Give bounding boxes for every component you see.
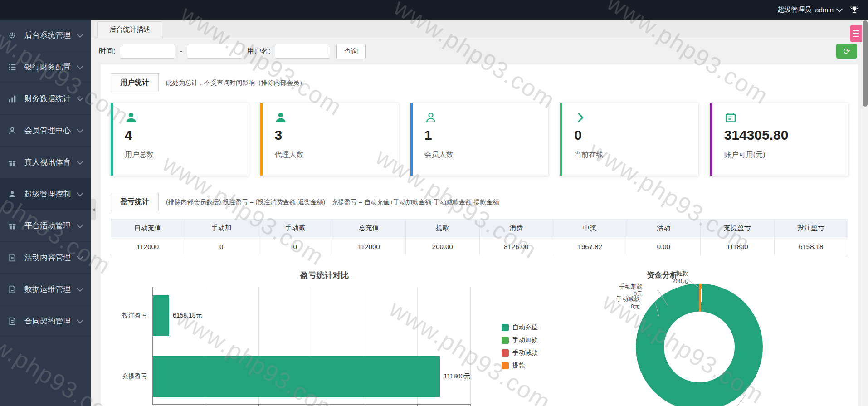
trophy-icon[interactable]	[850, 5, 859, 15]
legend-label: 手动减款	[512, 349, 538, 357]
stat-value: 314305.80	[724, 127, 836, 143]
chevron-down-icon	[77, 253, 84, 260]
stat-card-agents: 3 代理人数	[260, 103, 398, 176]
annotation-value: 200元	[652, 278, 688, 285]
x-axis-tick-mark	[470, 404, 471, 406]
chevron-down-icon	[77, 221, 84, 228]
username-input[interactable]	[275, 44, 330, 59]
vertical-scrollbar[interactable]	[862, 20, 868, 406]
chevron-down-icon	[77, 157, 84, 165]
table-cell: 200.00	[406, 237, 480, 256]
chevron-down-icon	[77, 62, 84, 69]
table-cell: 0.00	[627, 237, 701, 256]
chevron-down-icon	[77, 284, 84, 292]
x-axis-tick-mark	[153, 404, 153, 406]
sidebar-item-activity-content[interactable]: 活动内容管理	[0, 242, 91, 274]
time-start-input[interactable]	[120, 44, 175, 59]
sidebar-item-label: 活动内容管理	[24, 252, 78, 263]
annotation-value: 0元	[590, 303, 640, 311]
profit-stats-header: 盈亏统计 (排除内部会员数据) 投注盈亏 = (投注消费金额-返奖金额) 充提盈…	[111, 193, 848, 211]
table-cell: 112000	[332, 237, 406, 256]
y-axis-label: 投注盈亏	[122, 312, 147, 320]
table-cell: 6158.18	[774, 237, 848, 256]
x-axis-tick-mark	[206, 404, 206, 406]
stat-value: 3	[274, 127, 386, 143]
query-button[interactable]: 查询	[336, 44, 366, 59]
table-header-cell: 自动充值	[111, 219, 185, 237]
stat-label: 当前在线	[574, 150, 686, 160]
legend-item-auto-recharge[interactable]: 自动充值	[502, 323, 538, 332]
tab-dashboard-stats[interactable]: 后台统计描述	[97, 21, 162, 38]
stat-label: 账户可用(元)	[724, 150, 836, 160]
sidebar-item-finance-stats[interactable]: 财务数据统计	[0, 83, 91, 115]
time-label: 时间:	[99, 47, 115, 56]
floating-widget-button[interactable]	[850, 25, 862, 42]
chevron-down-icon	[77, 126, 84, 133]
stat-value: 0	[574, 127, 686, 143]
table-header-cell: 中奖	[553, 219, 627, 237]
chart-legend: 自动充值 手动加款 手动减款 提款	[502, 323, 538, 370]
sidebar-item-data-ops[interactable]: 数据运维管理	[0, 274, 91, 305]
user-stats-header: 用户统计 此处为总计，不受查询时间影响（排除内部会员）	[111, 73, 848, 92]
sidebar-item-label: 财务数据统计	[24, 93, 78, 104]
page-root: 超级管理员 admin 后台系统管理 银行财务配置 财务数据统计 会员管理中心	[0, 0, 868, 406]
sidebar-item-contract[interactable]: 合同契约管理	[0, 305, 91, 337]
sidebar-item-backend-system[interactable]: 后台系统管理	[0, 20, 91, 51]
user-solid-icon	[274, 111, 287, 124]
sidebar-item-bank-finance[interactable]: 银行财务配置	[0, 51, 91, 83]
stat-card-online: 0 当前在线	[560, 103, 698, 176]
x-axis-tick-mark	[365, 404, 365, 406]
gift-icon	[8, 158, 18, 166]
main-content: 后台统计描述 时间: - 用户名: 查询 ⟳ 用户统计 此处为总计，不受查询时间…	[91, 20, 868, 406]
legend-label: 自动充值	[512, 323, 538, 332]
table-header-cell: 投注盈亏	[774, 219, 848, 237]
profit-stats-table: 自动充值 手动加 手动减 总充值 提款 消费 中奖 活动 充提盈亏 投注盈亏	[111, 219, 848, 256]
legend-item-withdraw[interactable]: 提款	[502, 362, 538, 370]
sidebar-item-platform-activity[interactable]: 平台活动管理	[0, 210, 91, 242]
table-cell: 0	[258, 237, 332, 256]
document-icon	[8, 285, 18, 293]
annotation-label: 手动加款	[593, 283, 643, 290]
scrollbar-thumb[interactable]	[863, 20, 868, 107]
gear-icon	[8, 31, 18, 39]
refresh-button[interactable]: ⟳	[836, 44, 857, 59]
chevron-right-icon	[574, 111, 587, 124]
bar-chart-icon	[8, 95, 18, 103]
stat-label: 用户总数	[125, 150, 237, 160]
profit-bar-chart[interactable]: 盈亏统计对比 投注盈亏 6158.18元 充提盈亏 111800元 0元20,	[111, 270, 538, 406]
sidebar-item-label: 超级管理控制	[24, 189, 78, 199]
user-role: 超级管理员	[777, 5, 811, 14]
legend-item-manual-sub[interactable]: 手动减款	[502, 349, 538, 357]
sidebar: 后台系统管理 银行财务配置 财务数据统计 会员管理中心 真人视讯体育 超级管理控…	[0, 20, 91, 406]
legend-swatch	[502, 337, 509, 344]
bar-bet-profit[interactable]	[153, 295, 169, 336]
stat-label: 代理人数	[274, 150, 386, 160]
legend-swatch	[502, 324, 509, 331]
profit-stats-section: 盈亏统计 (排除内部会员数据) 投注盈亏 = (投注消费金额-返奖金额) 充提盈…	[111, 193, 848, 256]
legend-swatch	[502, 362, 509, 369]
legend-item-manual-add[interactable]: 手动加款	[502, 336, 538, 344]
sidebar-item-label: 平台活动管理	[24, 220, 78, 231]
legend-label: 手动加款	[512, 336, 538, 344]
table-header-cell: 手动加	[185, 219, 258, 237]
sidebar-item-super-admin[interactable]: 超级管理控制	[0, 178, 91, 210]
username: admin	[815, 6, 834, 14]
user-menu[interactable]: 超级管理员 admin	[777, 5, 842, 14]
user-stats-title: 用户统计	[111, 73, 159, 92]
sidebar-collapse-handle[interactable]: ◀	[91, 199, 96, 220]
stat-label: 会员人数	[424, 150, 536, 160]
bar-recharge-profit[interactable]	[153, 356, 440, 397]
table-header-row: 自动充值 手动加 手动减 总充值 提款 消费 中奖 活动 充提盈亏 投注盈亏	[111, 219, 848, 237]
donut-chart[interactable]	[636, 284, 763, 406]
topbar: 超级管理员 admin	[0, 0, 868, 20]
bar-chart-title: 盈亏统计对比	[111, 270, 538, 281]
filter-bar: 时间: - 用户名: 查询 ⟳	[91, 38, 868, 64]
sidebar-item-live-sports[interactable]: 真人视讯体育	[0, 147, 91, 178]
pie-annotation-withdraw: 提款 200元	[652, 270, 688, 285]
pie-annotation-manual-sub: 手动减款 0元	[590, 295, 640, 311]
sidebar-item-member-center[interactable]: 会员管理中心	[0, 115, 91, 147]
username-label: 用户名:	[247, 47, 270, 56]
stat-card-balance: 314305.80 账户可用(元)	[710, 103, 848, 176]
time-end-input[interactable]	[187, 44, 242, 59]
legend-label: 提款	[512, 362, 525, 370]
